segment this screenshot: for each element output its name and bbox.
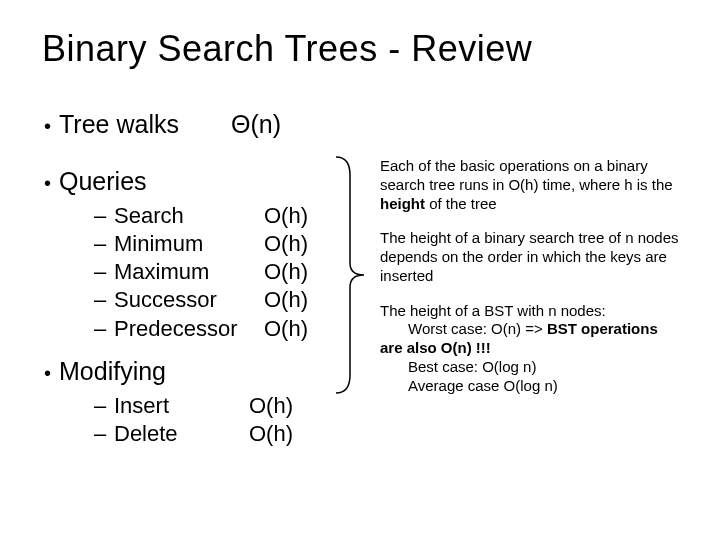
query-item-label: Minimum	[114, 230, 264, 258]
query-item-complexity: O(h)	[264, 286, 308, 314]
bullet-dot: •	[44, 115, 51, 138]
note-text: Each of the basic operations on a binary…	[380, 157, 673, 193]
dash-icon: –	[94, 392, 114, 420]
note-text: Worst case: O(n) =>	[408, 320, 547, 337]
dash-icon: –	[94, 258, 114, 286]
dash-icon: –	[94, 286, 114, 314]
bullet-dot: •	[44, 362, 51, 385]
brace-icon	[330, 155, 370, 395]
bullet-treewalks: • Tree walks Θ(n)	[44, 110, 684, 139]
bullet-dot: •	[44, 172, 51, 195]
modifying-item-complexity: O(h)	[249, 420, 293, 448]
query-item-label: Search	[114, 202, 264, 230]
treewalks-label: Tree walks	[59, 110, 231, 139]
note-line: Best case: O(log n)	[380, 358, 536, 375]
treewalks-complexity: Θ(n)	[231, 110, 281, 139]
note-bold: height	[380, 195, 425, 212]
dash-icon: –	[94, 202, 114, 230]
dash-icon: –	[94, 315, 114, 343]
query-item-complexity: O(h)	[264, 315, 308, 343]
modifying-item-complexity: O(h)	[249, 392, 293, 420]
modifying-item-label: Insert	[114, 392, 249, 420]
modifying-item-label: Delete	[114, 420, 249, 448]
modifying-label: Modifying	[59, 357, 231, 386]
query-item-label: Predecessor	[114, 315, 264, 343]
note-line: Worst case: O(n) => BST operations are a…	[380, 320, 658, 356]
note-text: The height of a BST with n nodes:	[380, 302, 606, 319]
query-item-complexity: O(h)	[264, 230, 308, 258]
queries-label: Queries	[59, 167, 231, 196]
note-text: of the tree	[425, 195, 497, 212]
list-item: – Delete O(h)	[94, 420, 684, 448]
query-item-label: Successor	[114, 286, 264, 314]
query-item-complexity: O(h)	[264, 202, 308, 230]
note-paragraph: Each of the basic operations on a binary…	[380, 157, 680, 213]
note-line: Average case O(log n)	[380, 377, 558, 394]
query-item-label: Maximum	[114, 258, 264, 286]
note-paragraph: The height of a BST with n nodes: Worst …	[380, 302, 680, 396]
dash-icon: –	[94, 420, 114, 448]
side-notes: Each of the basic operations on a binary…	[380, 157, 680, 411]
query-item-complexity: O(h)	[264, 258, 308, 286]
dash-icon: –	[94, 230, 114, 258]
slide-title: Binary Search Trees - Review	[0, 0, 720, 70]
note-paragraph: The height of a binary search tree of n …	[380, 229, 680, 285]
